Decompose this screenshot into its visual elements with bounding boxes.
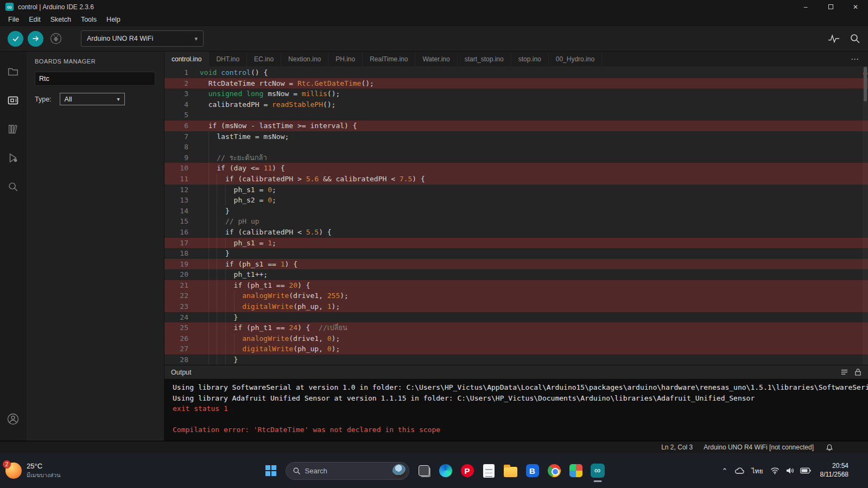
code-line-21[interactable]: 21if (ph_t1 == 20) {	[164, 280, 868, 291]
notepad-icon[interactable]	[482, 464, 496, 478]
type-select-dropdown[interactable]: All ▾	[60, 93, 125, 105]
code-line-19[interactable]: 19if (ph_s1 == 1) {	[164, 259, 868, 270]
pinterest-icon[interactable]: P	[460, 464, 474, 478]
tab-control.ino[interactable]: control.ino	[164, 52, 209, 66]
code-line-8[interactable]: 8	[164, 142, 868, 153]
tray-chevron-up-icon[interactable]: ⌃	[722, 467, 728, 475]
arduino-ide-taskbar-icon[interactable]: ∞	[591, 464, 605, 478]
volume-icon[interactable]	[785, 467, 794, 474]
notifications-bell-icon[interactable]	[826, 443, 833, 452]
sidebar-item-account[interactable]	[0, 404, 26, 433]
code-line-11[interactable]: 11if (calibratedPH > 5.6 && calibratedPH…	[164, 174, 868, 185]
board-selector-dropdown[interactable]: Arduino UNO R4 WiFi ▾	[81, 30, 204, 47]
tab-RealTime.ino[interactable]: RealTime.ino	[363, 52, 415, 66]
code-line-7[interactable]: 7lastTime = msNow;	[164, 131, 868, 142]
boards-search-input[interactable]	[35, 72, 155, 86]
code-line-24[interactable]: 24}	[164, 312, 868, 323]
code-line-20[interactable]: 20ph_t1++;	[164, 269, 868, 280]
code-line-4[interactable]: 4calibratedPH = readStablePH();	[164, 99, 868, 110]
code-line-18[interactable]: 18}	[164, 248, 868, 259]
windows-logo-icon	[265, 465, 276, 476]
tab-PH.ino[interactable]: PH.ino	[328, 52, 363, 66]
code-line-27[interactable]: 27digitalWrite(ph_up, 0);	[164, 344, 868, 354]
output-console[interactable]: Using library SoftwareSerial at version …	[164, 379, 868, 441]
code-line-26[interactable]: 26analogWrite(drive1, 0);	[164, 333, 868, 344]
code-line-22[interactable]: 22analogWrite(drive1, 255);	[164, 290, 868, 301]
taskbar-clock[interactable]: 20:54 8/11/2568	[820, 462, 849, 479]
code-line-6[interactable]: 6if (msNow - lastTime >= interval) {	[164, 121, 868, 131]
scrollbar-thumb[interactable]	[864, 67, 867, 102]
code-line-12[interactable]: 12ph_s1 = 0;	[164, 185, 868, 195]
tab-Nextion.ino[interactable]: Nextion.ino	[281, 52, 328, 66]
tab-Water.ino[interactable]: Water.ino	[415, 52, 457, 66]
menu-edit[interactable]: Edit	[24, 14, 46, 26]
line-content: if (ph_s1 == 1) {	[188, 259, 868, 270]
colorful-app-icon[interactable]	[569, 464, 583, 478]
tab-00_Hydro.ino[interactable]: 00_Hydro.ino	[549, 52, 602, 66]
code-line-13[interactable]: 13ph_s2 = 0;	[164, 195, 868, 206]
code-line-3[interactable]: 3unsigned long msNow = millis();	[164, 88, 868, 99]
tab-EC.ino[interactable]: EC.ino	[247, 52, 281, 66]
verify-button[interactable]	[8, 31, 23, 47]
sidebar-item-search[interactable]	[0, 172, 26, 201]
maximize-icon	[828, 4, 833, 9]
battery-icon[interactable]	[800, 467, 811, 474]
sidebar-item-library-manager[interactable]	[0, 115, 26, 143]
output-panel-header: Output	[164, 365, 868, 379]
code-line-14[interactable]: 14}	[164, 206, 868, 217]
taskbar-search-box[interactable]: Search	[286, 462, 409, 480]
menu-file[interactable]: File	[3, 14, 24, 26]
language-indicator[interactable]: ไทย	[751, 466, 764, 476]
taskbar-weather-widget[interactable]: 2 25°C มีเมฆบางส่วน	[5, 462, 60, 480]
task-view-icon[interactable]	[417, 464, 431, 478]
code-line-23[interactable]: 23digitalWrite(ph_up, 1);	[164, 301, 868, 312]
sidebar-item-sketchbook[interactable]	[0, 57, 26, 86]
code-line-1[interactable]: 1void control() {	[164, 67, 868, 78]
menu-help[interactable]: Help	[102, 14, 125, 26]
wifi-icon[interactable]	[770, 467, 780, 474]
output-line: Using library SoftwareSerial at version …	[173, 382, 868, 393]
code-line-15[interactable]: 15// pH up	[164, 216, 868, 227]
tab-stop.ino[interactable]: stop.ino	[511, 52, 549, 66]
maximize-button[interactable]	[818, 0, 843, 14]
code-line-2[interactable]: 2RtcDateTime rtcNow = Rtc.GetDateTime();	[164, 78, 868, 89]
serial-monitor-icon[interactable]	[850, 33, 860, 44]
menu-sketch[interactable]: Sketch	[46, 14, 76, 26]
tab-start_stop.ino[interactable]: start_stop.ino	[458, 52, 511, 66]
line-number: 11	[164, 174, 188, 185]
code-line-28[interactable]: 28}	[164, 354, 868, 365]
sidebar-item-boards-manager[interactable]	[0, 86, 26, 115]
code-line-10[interactable]: 10if (day <= 11) {	[164, 163, 868, 174]
line-number: 23	[164, 301, 188, 312]
chrome-icon[interactable]	[547, 464, 561, 478]
tab-DHT.ino[interactable]: DHT.ino	[209, 52, 247, 66]
scroll-lock-icon[interactable]	[854, 368, 861, 376]
debug-button[interactable]	[48, 31, 64, 47]
more-tabs-icon[interactable]: ⋯	[842, 52, 868, 66]
b-app-icon[interactable]: B	[525, 464, 540, 478]
code-editor[interactable]: 1void control() {2RtcDateTime rtcNow = R…	[164, 66, 868, 365]
code-line-5[interactable]: 5	[164, 110, 868, 121]
menu-bar: FileEditSketchToolsHelp	[0, 14, 868, 26]
close-button[interactable]: ✕	[843, 0, 868, 14]
selected-board-label: Arduino UNO R4 WiFi	[87, 35, 153, 42]
code-line-17[interactable]: 17ph_s1 = 1;	[164, 238, 868, 249]
clear-output-icon[interactable]	[840, 368, 848, 376]
folder-glyph	[504, 467, 517, 477]
code-line-25[interactable]: 25if (ph_t1 == 24) { //เปลี่ยน	[164, 322, 868, 333]
start-button[interactable]	[264, 464, 278, 478]
minimize-button[interactable]: –	[793, 0, 818, 14]
menu-tools[interactable]: Tools	[76, 14, 102, 26]
search-icon	[7, 181, 19, 193]
editor-scrollbar[interactable]	[863, 66, 868, 365]
code-line-9[interactable]: 9// ระยะต้นกล้า	[164, 153, 868, 163]
code-line-16[interactable]: 16if (calibratedPH < 5.5) {	[164, 227, 868, 238]
edge-browser-icon[interactable]	[439, 464, 453, 478]
line-content: analogWrite(drive1, 255);	[188, 290, 868, 301]
file-explorer-icon[interactable]	[504, 464, 518, 478]
upload-button[interactable]	[28, 31, 43, 47]
sidebar-item-debug[interactable]	[0, 143, 26, 172]
onedrive-cloud-icon[interactable]	[734, 466, 745, 475]
serial-plotter-icon[interactable]	[828, 33, 840, 44]
panel-title: BOARDS MANAGER	[35, 58, 155, 65]
